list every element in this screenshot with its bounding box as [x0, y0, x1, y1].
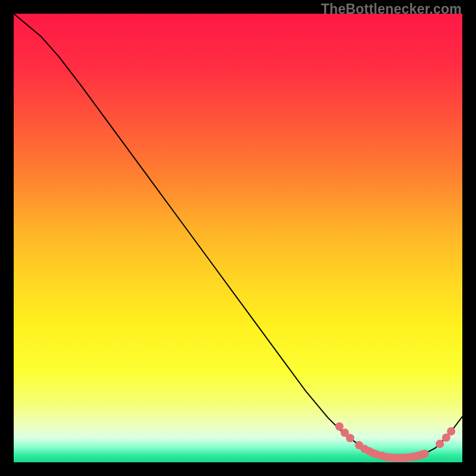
data-marker [447, 427, 455, 436]
chart-stage: TheBottlenecker.com [0, 0, 476, 476]
attribution-label: TheBottlenecker.com [321, 1, 462, 17]
data-marker [421, 450, 429, 458]
data-marker [346, 434, 355, 442]
data-marker [335, 422, 343, 431]
chart-svg [14, 14, 462, 462]
plot-area [14, 14, 462, 462]
data-marker [436, 440, 444, 448]
gradient-background [14, 14, 462, 462]
